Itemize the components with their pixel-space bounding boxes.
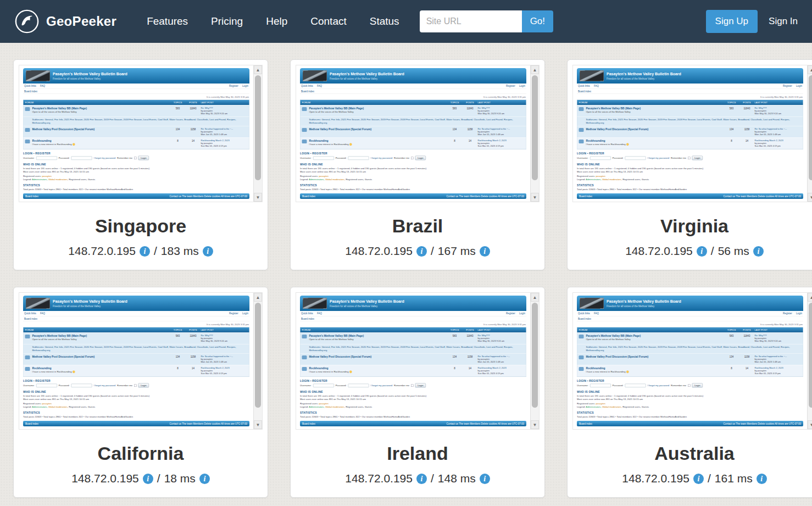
footer-board-index-link: Board index xyxy=(579,422,592,425)
preview-viewport[interactable]: Pasayten's Methow Valley Bulletin Board … xyxy=(296,293,530,429)
col-last-post: LAST POST xyxy=(478,329,525,331)
ping-info-icon[interactable]: i xyxy=(480,474,490,484)
ip-info-icon[interactable]: i xyxy=(140,246,150,257)
sign-in-link[interactable]: Sign In xyxy=(769,16,798,27)
preview-scrollbar[interactable]: ▲ ▼ xyxy=(530,65,539,202)
scrollbar-thumb[interactable] xyxy=(255,303,261,408)
breadcrumb-bar: Board index xyxy=(300,316,526,322)
forum-row-title: Methow Valley Pool Discussion (Special F… xyxy=(309,355,446,358)
ip-info-icon[interactable]: i xyxy=(693,474,704,484)
ip-address: 148.72.0.195 xyxy=(71,472,139,485)
register-link: Register xyxy=(229,85,238,87)
scrollbar-thumb[interactable] xyxy=(809,303,812,408)
preview-scrollbar[interactable]: ▲ ▼ xyxy=(253,65,262,202)
login-register-heading: LOGIN • REGISTER xyxy=(577,152,803,155)
ping-info-icon[interactable]: i xyxy=(199,474,210,484)
last-post-author: by pasayten xyxy=(755,130,767,133)
scrollbar-track[interactable] xyxy=(254,302,262,420)
forum-row-desc-text: I have a new interest in Rockhounding xyxy=(586,143,626,146)
ping-info-icon[interactable]: i xyxy=(480,246,490,257)
forum-icon xyxy=(25,107,30,111)
go-button[interactable]: Go! xyxy=(522,10,553,32)
forum-navbar: Quick links FAQ Register Login xyxy=(577,84,803,89)
forum-icon xyxy=(579,367,584,371)
sign-up-button[interactable]: Sign Up xyxy=(706,10,758,33)
scrollbar-track[interactable] xyxy=(808,302,812,420)
scrollbar-track[interactable] xyxy=(254,74,262,193)
scrollbar-thumb[interactable] xyxy=(532,303,538,408)
col-posts: POSTS xyxy=(739,101,755,104)
topics-count: 134 xyxy=(170,355,186,364)
scroll-up-icon[interactable]: ▲ xyxy=(531,293,539,302)
posts-count: 11843 xyxy=(739,334,755,343)
scrollbar-track[interactable] xyxy=(808,74,812,193)
site-url-input[interactable] xyxy=(420,10,522,32)
ip-info-icon[interactable]: i xyxy=(416,474,427,484)
site-preview[interactable]: Pasayten's Methow Valley Bulletin Board … xyxy=(19,65,263,202)
ip-info-icon[interactable]: i xyxy=(416,246,427,257)
site-preview[interactable]: Pasayten's Methow Valley Bulletin Board … xyxy=(572,65,812,202)
last-post-title: Re: Why??? xyxy=(755,334,767,337)
brand[interactable]: GeoPeeker xyxy=(14,9,116,34)
nav-link-status[interactable]: Status xyxy=(358,10,411,33)
nav-link-contact[interactable]: Contact xyxy=(299,10,358,33)
brand-name: GeoPeeker xyxy=(46,14,116,29)
scroll-up-icon[interactable]: ▲ xyxy=(254,65,262,74)
footer-board-index-link: Board index xyxy=(579,194,592,197)
scroll-up-icon[interactable]: ▲ xyxy=(808,293,812,302)
ping-info-icon[interactable]: i xyxy=(757,474,767,484)
last-post-author: by pasayten xyxy=(478,369,490,372)
ip-info-icon[interactable]: i xyxy=(143,474,153,484)
forum-footer-bar: Board index Contact us The team Members … xyxy=(300,421,526,426)
username-label: Username: xyxy=(300,384,312,387)
site-preview[interactable]: Pasayten's Methow Valley Bulletin Board … xyxy=(296,65,540,202)
site-preview[interactable]: Pasayten's Methow Valley Bulletin Board … xyxy=(572,292,812,430)
site-preview[interactable]: Pasayten's Methow Valley Bulletin Board … xyxy=(296,292,540,430)
scrollbar-thumb[interactable] xyxy=(809,75,812,180)
forum-row-desc: I have a new interest in Rockhounding xyxy=(586,143,722,146)
nav-link-pricing[interactable]: Pricing xyxy=(199,10,254,33)
preview-viewport[interactable]: Pasayten's Methow Valley Bulletin Board … xyxy=(19,65,253,202)
preview-viewport[interactable]: Pasayten's Methow Valley Bulletin Board … xyxy=(573,293,807,429)
legend-moderators: Global moderators, xyxy=(325,178,345,181)
scroll-up-icon[interactable]: ▲ xyxy=(254,293,262,302)
username-label: Username: xyxy=(23,384,35,387)
preview-scrollbar[interactable]: ▲ ▼ xyxy=(253,293,262,429)
preview-scrollbar[interactable]: ▲ ▼ xyxy=(530,293,539,429)
preview-scrollbar[interactable]: ▲ ▼ xyxy=(807,293,812,429)
legend-moderators: Global moderators, xyxy=(48,405,68,408)
scroll-down-icon[interactable]: ▼ xyxy=(808,193,812,202)
scroll-down-icon[interactable]: ▼ xyxy=(254,420,262,429)
site-preview[interactable]: Pasayten's Methow Valley Bulletin Board … xyxy=(19,292,263,430)
scrollbar-track[interactable] xyxy=(531,74,539,193)
preview-viewport[interactable]: Pasayten's Methow Valley Bulletin Board … xyxy=(573,65,807,202)
scroll-down-icon[interactable]: ▼ xyxy=(254,193,262,202)
forum-row-desc: Open to all the voices of the Methow Val… xyxy=(32,338,169,341)
forum-icon xyxy=(25,367,30,371)
preview-viewport[interactable]: Pasayten's Methow Valley Bulletin Board … xyxy=(296,65,530,202)
forum-cell: Pasayten's Methow Valley BB (Main Page) … xyxy=(586,107,724,115)
scroll-up-icon[interactable]: ▲ xyxy=(808,65,812,74)
ip-info-icon[interactable]: i xyxy=(697,246,707,257)
forum-cell: Pasayten's Methow Valley BB (Main Page) … xyxy=(586,334,724,343)
scroll-down-icon[interactable]: ▼ xyxy=(808,420,812,429)
scrollbar-thumb[interactable] xyxy=(532,75,538,180)
scroll-down-icon[interactable]: ▼ xyxy=(531,193,539,202)
forum-navbar-left: Quick links FAQ xyxy=(578,312,599,315)
forum-navbar-left: Quick links FAQ xyxy=(24,312,45,315)
scroll-down-icon[interactable]: ▼ xyxy=(531,420,539,429)
nav-link-help[interactable]: Help xyxy=(254,10,299,33)
nav-link-features[interactable]: Features xyxy=(135,10,199,33)
preview-scrollbar[interactable]: ▲ ▼ xyxy=(807,65,812,202)
breadcrumb-bar: Board index xyxy=(300,89,526,94)
ping-info-icon[interactable]: i xyxy=(203,246,213,257)
preview-viewport[interactable]: Pasayten's Methow Valley Bulletin Board … xyxy=(19,293,253,429)
scrollbar-thumb[interactable] xyxy=(255,75,261,180)
last-post-cell: Re: Why??? by pasayten Mon May 30, 2023 … xyxy=(478,107,525,115)
last-post-author: by pasayten xyxy=(755,337,767,340)
registered-user-name: pasayten xyxy=(42,402,52,405)
scroll-up-icon[interactable]: ▲ xyxy=(531,65,539,74)
last-post-cell: Re: So what happened to the ~... by pasa… xyxy=(755,355,802,364)
ping-info-icon[interactable]: i xyxy=(753,246,764,257)
scrollbar-track[interactable] xyxy=(531,302,539,420)
